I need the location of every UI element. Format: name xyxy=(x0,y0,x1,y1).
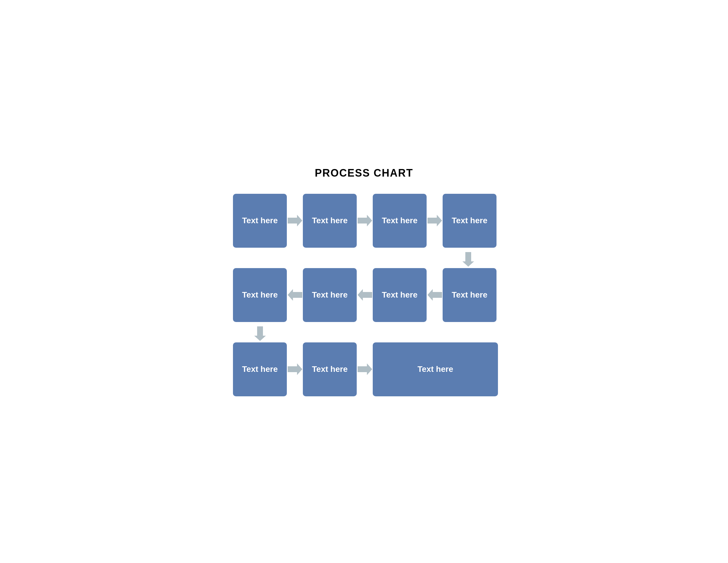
arrow-down-1-container xyxy=(441,251,495,267)
box-7[interactable]: Text here xyxy=(373,268,427,322)
box-11[interactable]: Text here xyxy=(373,343,498,396)
chart-container: PROCESS CHART Text here Text here Text h… xyxy=(233,167,495,396)
svg-marker-6 xyxy=(427,289,442,301)
box-9[interactable]: Text here xyxy=(233,343,287,396)
box-5[interactable]: Text here xyxy=(233,268,287,322)
arrow-right-2 xyxy=(357,214,373,227)
box-6[interactable]: Text here xyxy=(303,268,357,322)
chart-title: PROCESS CHART xyxy=(233,167,495,179)
box-4[interactable]: Text here xyxy=(443,194,496,248)
arrow-left-2 xyxy=(357,289,373,302)
arrow-down-2-container xyxy=(233,326,287,342)
arrow-down-2 xyxy=(253,326,266,342)
svg-marker-0 xyxy=(288,215,302,226)
svg-marker-1 xyxy=(358,215,372,226)
row-2: Text here Text here Text here Text here xyxy=(233,268,495,322)
arrow-left-3 xyxy=(427,289,443,302)
connector-down-left xyxy=(233,325,495,343)
svg-marker-9 xyxy=(358,364,372,375)
svg-marker-4 xyxy=(288,289,302,301)
arrow-down-1 xyxy=(462,251,475,267)
box-2[interactable]: Text here xyxy=(303,194,357,248)
arrow-left-1 xyxy=(287,289,303,302)
row-3: Text here Text here Text here xyxy=(233,343,495,396)
connector-down-right xyxy=(233,250,495,268)
box-8[interactable]: Text here xyxy=(443,268,496,322)
arrow-right-3 xyxy=(427,214,443,227)
svg-marker-7 xyxy=(254,327,266,341)
row-1: Text here Text here Text here Text here xyxy=(233,194,495,248)
svg-marker-8 xyxy=(288,364,302,375)
svg-marker-5 xyxy=(358,289,372,301)
svg-marker-2 xyxy=(427,215,442,226)
process-grid: Text here Text here Text here Text here xyxy=(233,194,495,396)
arrow-right-5 xyxy=(357,363,373,376)
box-1[interactable]: Text here xyxy=(233,194,287,248)
svg-marker-3 xyxy=(462,252,474,266)
box-3[interactable]: Text here xyxy=(373,194,427,248)
arrow-right-4 xyxy=(287,363,303,376)
arrow-right-1 xyxy=(287,214,303,227)
box-10[interactable]: Text here xyxy=(303,343,357,396)
